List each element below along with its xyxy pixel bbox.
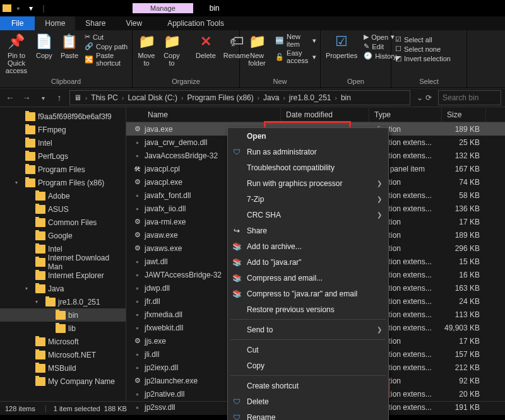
tree-item[interactable]: Common Files: [0, 216, 126, 229]
col-modified[interactable]: Date modified: [281, 108, 369, 122]
tree-item[interactable]: bin: [0, 308, 126, 322]
copy-button[interactable]: 📄Copy: [34, 32, 54, 61]
col-type[interactable]: Type: [369, 108, 442, 122]
navigation-tree[interactable]: f9aa5f698f96be6af3f9FFmpegIntelPerfLogsP…: [0, 107, 126, 401]
easy-access-button[interactable]: 🔓Easy access ▾: [275, 49, 316, 64]
properties-button[interactable]: ☑Properties: [324, 32, 359, 61]
back-button[interactable]: ←: [4, 93, 16, 103]
main-pane: f9aa5f698f96be6af3f9FFmpegIntelPerfLogsP…: [0, 107, 505, 401]
tree-item[interactable]: MSBuild: [0, 361, 126, 375]
new-item-button[interactable]: 🆕New item ▾: [275, 33, 316, 48]
up-button[interactable]: ↑: [53, 93, 66, 103]
new-folder-button[interactable]: 📁New folder: [244, 32, 270, 68]
breadcrumb-item[interactable]: bin: [341, 93, 351, 102]
file-icon: ▫: [133, 283, 142, 293]
menu-add-archive[interactable]: 📚Add to archive...: [228, 238, 388, 254]
menu-cut[interactable]: Cut: [228, 342, 388, 358]
delete-button[interactable]: ✕Delete: [194, 32, 217, 61]
menu-send-to[interactable]: Send to❯: [228, 322, 388, 337]
file-icon: ⚙: [133, 230, 142, 240]
menu-create-shortcut[interactable]: Create shortcut: [228, 378, 388, 394]
menu-run-as-admin[interactable]: 🛡Run as administrator: [228, 144, 388, 160]
status-count: 128 items: [5, 405, 35, 412]
forward-button[interactable]: →: [20, 93, 33, 103]
tree-item[interactable]: FFmpeg: [0, 123, 126, 136]
menu-compress-email[interactable]: 📚Compress and email...: [228, 270, 388, 286]
menu-add-rar[interactable]: 📚Add to "java.rar": [228, 254, 388, 270]
tab-file[interactable]: File: [0, 16, 35, 30]
chevron-right-icon: ❯: [377, 211, 382, 218]
file-icon: ▫: [133, 389, 142, 399]
tree-item[interactable]: ▾jre1.8.0_251: [0, 295, 126, 308]
tab-application-tools[interactable]: Application Tools: [157, 16, 234, 30]
tree-item[interactable]: Program Files: [0, 163, 126, 176]
tree-item[interactable]: ▾Program Files (x86): [0, 176, 126, 189]
tree-item[interactable]: f9aa5f698f96be6af3f9: [0, 110, 126, 123]
file-icon: ⚙: [133, 243, 142, 253]
recent-button[interactable]: ▾: [37, 95, 49, 102]
qat-item[interactable]: ▾: [25, 3, 37, 14]
tree-label: MSBuild: [48, 364, 76, 373]
breadcrumb[interactable]: 🖥› This PC› Local Disk (C:)› Program Fil…: [69, 90, 410, 105]
tab-view[interactable]: View: [116, 16, 152, 30]
tree-item[interactable]: Intel: [0, 136, 126, 149]
col-size[interactable]: Size: [442, 108, 486, 122]
tab-home[interactable]: Home: [35, 16, 75, 30]
menu-restore-versions[interactable]: Restore previous versions: [228, 301, 388, 317]
menu-graphics[interactable]: Run with graphics processor❯: [228, 175, 388, 191]
select-none-button[interactable]: ☐Select none: [395, 45, 463, 53]
file-list[interactable]: Name Date modified Type Size ⚙java.exepl…: [126, 107, 505, 401]
breadcrumb-item[interactable]: Java: [263, 93, 279, 102]
cut-button[interactable]: ✂Cut: [85, 33, 128, 41]
file-icon: ⚙: [133, 336, 142, 346]
tab-share[interactable]: Share: [75, 16, 116, 30]
manage-tab[interactable]: Manage: [133, 3, 193, 13]
tree-item[interactable]: ASUS: [0, 202, 126, 216]
breadcrumb-item[interactable]: This PC: [91, 93, 118, 102]
pin-to-quick-access-button[interactable]: 📌Pin to Quick access: [4, 32, 29, 76]
menu-troubleshoot[interactable]: Troubleshoot compatibility: [228, 160, 388, 175]
menu-compress-rar-email[interactable]: 📚Compress to "java.rar" and email: [228, 286, 388, 301]
breadcrumb-item[interactable]: jre1.8.0_251: [289, 93, 331, 102]
paste-button[interactable]: 📋Paste: [59, 32, 80, 61]
paste-shortcut-button[interactable]: 🔀Paste shortcut: [85, 52, 128, 67]
rename-icon: 🛡: [232, 412, 242, 421]
tree-item[interactable]: Adobe: [0, 189, 126, 202]
tree-item[interactable]: My Company Name: [0, 375, 126, 388]
menu-7zip[interactable]: 7-Zip❯: [228, 191, 388, 207]
refresh-icon[interactable]: ⟳: [425, 93, 432, 102]
breadcrumb-item[interactable]: Program Files (x86): [187, 93, 253, 102]
tree-label: Internet Download Man: [48, 254, 126, 271]
copy-path-button[interactable]: 🔗Copy path: [85, 42, 128, 50]
breadcrumb-item[interactable]: Local Disk (C:): [128, 93, 177, 102]
invert-selection-button[interactable]: ◩Invert selection: [395, 54, 463, 62]
menu-open[interactable]: Open: [228, 128, 388, 144]
search-input[interactable]: [438, 90, 501, 105]
tree-item[interactable]: lib: [0, 322, 126, 335]
dropdown-icon[interactable]: ⌄: [417, 93, 423, 102]
menu-share[interactable]: ↪Share: [228, 223, 388, 238]
move-to-button[interactable]: 📁Move to: [136, 32, 157, 68]
tree-item[interactable]: PerfLogs: [0, 149, 126, 163]
menu-copy[interactable]: Copy: [228, 358, 388, 373]
file-name: jfr.dll: [145, 297, 160, 306]
menu-crc-sha[interactable]: CRC SHA❯: [228, 207, 388, 223]
tree-item[interactable]: Microsoft.NET: [0, 348, 126, 361]
shield-icon: 🛡: [232, 147, 242, 157]
file-name: JAWTAccessBridge-32: [145, 271, 222, 279]
file-size: 17 KB: [442, 218, 486, 226]
file-size: 296 KB: [442, 244, 486, 253]
file-size: 15 KB: [442, 257, 486, 266]
select-all-button[interactable]: ☑Select all: [395, 35, 463, 44]
column-headers[interactable]: Name Date modified Type Size: [126, 107, 505, 122]
tree-item[interactable]: Google: [0, 229, 126, 242]
menu-rename[interactable]: 🛡Rename: [228, 409, 388, 420]
copy-to-button[interactable]: 📁Copy to: [162, 32, 182, 68]
col-name[interactable]: Name: [126, 108, 281, 122]
file-icon: ▫: [133, 349, 142, 359]
menu-delete[interactable]: 🛡Delete: [228, 394, 388, 409]
tree-item[interactable]: Microsoft: [0, 335, 126, 348]
file-size: 132 KB: [442, 151, 486, 160]
tree-item[interactable]: Internet Download Man: [0, 255, 126, 269]
tree-item[interactable]: ▾Java: [0, 282, 126, 295]
